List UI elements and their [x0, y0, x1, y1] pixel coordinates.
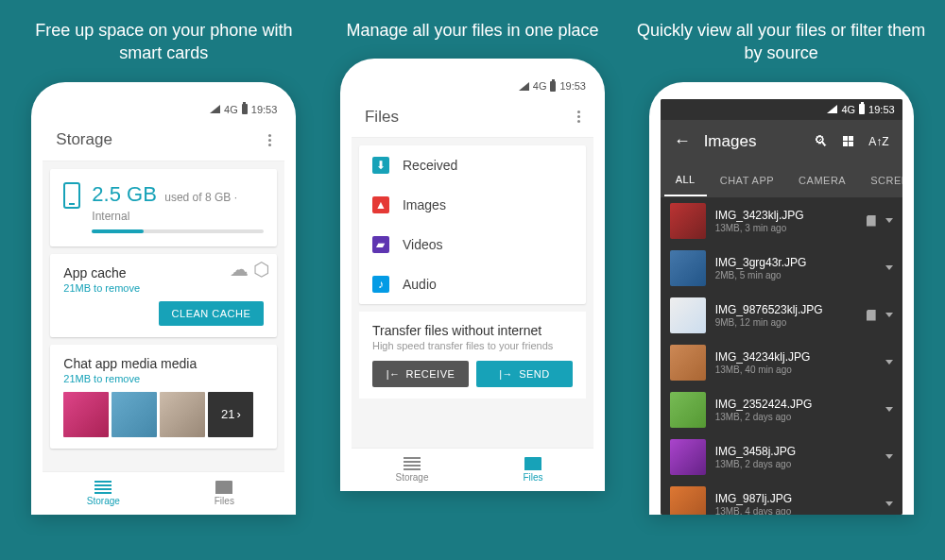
category-audio[interactable]: ♪Audio [359, 264, 586, 304]
clean-cache-button[interactable]: CLEAN CACHE [159, 301, 265, 326]
headline-storage: Free up space on your phone with smart c… [12, 19, 315, 65]
filter-tabs: ALL CHAT APP CAMERA SCREEN [661, 163, 902, 197]
category-received[interactable]: ⬇Received [359, 145, 586, 185]
transfer-title: Transfer files without internet [372, 323, 573, 338]
image-list: IMG_3423klj.JPG 13MB, 3 min ago IMG_3grg… [661, 197, 902, 515]
battery-icon [242, 104, 248, 114]
search-icon[interactable]: 🔍︎ [814, 133, 828, 149]
folder-icon [524, 457, 541, 470]
image-name: IMG_3grg43r.JPG [715, 256, 876, 269]
image-name: IMG_3423klj.JPG [715, 209, 857, 222]
storage-summary-card: 2.5 GB used of 8 GB · Internal [50, 169, 277, 246]
expand-icon[interactable] [885, 265, 893, 270]
app-bar: ← Images 🔍︎ A↑Z [661, 120, 902, 163]
app-bar: Files [352, 96, 593, 138]
image-row[interactable]: IMG_3423klj.JPG 13MB, 3 min ago [661, 197, 902, 245]
expand-icon[interactable] [885, 501, 893, 506]
tab-camera[interactable]: CAMERA [787, 165, 857, 195]
phone-frame-storage: 4G 19:53 Storage 2.5 GB used of 8 GB · I… [31, 82, 296, 515]
clock: 19:53 [868, 104, 895, 115]
storage-icon [404, 457, 421, 470]
tab-all[interactable]: ALL [664, 164, 707, 196]
nav-storage[interactable]: Storage [352, 449, 472, 491]
image-thumb [670, 345, 706, 381]
image-thumb [670, 297, 706, 333]
bottom-nav: Storage Files [352, 448, 593, 491]
nav-files[interactable]: Files [472, 449, 593, 491]
image-row[interactable]: IMG_9876523klj.JPG 9MB, 12 min ago [661, 292, 902, 339]
file-categories: ⬇Received ▲Images ▰Videos ♪Audio [359, 145, 586, 304]
receive-icon: |← [387, 368, 401, 380]
network-label: 4G [533, 80, 547, 92]
image-name: IMG_987lj.JPG [715, 492, 876, 505]
nav-files[interactable]: Files [163, 472, 284, 515]
grid-view-icon[interactable] [843, 136, 853, 146]
page-title: Storage [56, 130, 112, 149]
network-label: 4G [841, 104, 855, 115]
battery-icon [550, 81, 556, 92]
category-images[interactable]: ▲Images [359, 185, 586, 225]
expand-icon[interactable] [885, 360, 893, 365]
overflow-menu-icon[interactable] [268, 134, 271, 146]
cache-decor-icon: ☁︎ ⬡ [230, 258, 270, 280]
image-row[interactable]: IMG_2352424.JPG 13MB, 2 days ago [661, 386, 902, 433]
signal-icon [519, 82, 529, 91]
image-thumb [670, 392, 706, 428]
storage-used: 2.5 GB [92, 182, 156, 206]
video-icon: ▰ [372, 236, 389, 253]
send-icon: |→ [499, 368, 513, 380]
sort-icon[interactable]: A↑Z [868, 135, 888, 148]
nav-storage[interactable]: Storage [43, 472, 163, 515]
audio-icon: ♪ [372, 276, 389, 293]
image-thumb [670, 250, 706, 286]
app-bar: Storage [43, 120, 284, 161]
image-row[interactable]: IMG_3grg43r.JPG 2MB, 5 min ago [661, 245, 902, 292]
expand-icon[interactable] [885, 218, 893, 223]
media-card: Chat app media media 21MB to remove 21› [50, 345, 277, 449]
tab-screenshots[interactable]: SCREEN [859, 165, 902, 195]
image-thumb [670, 203, 706, 239]
transfer-card: Transfer files without internet High spe… [359, 312, 586, 399]
expand-icon[interactable] [885, 313, 893, 317]
media-thumb[interactable] [63, 392, 109, 437]
sd-card-icon [867, 310, 876, 321]
folder-icon [215, 481, 232, 494]
image-row[interactable]: IMG_3458j.JPG 13MB, 2 days ago [661, 433, 902, 481]
image-name: IMG_9876523klj.JPG [715, 303, 857, 316]
bottom-nav: Storage Files [43, 471, 284, 515]
media-thumb[interactable] [160, 392, 205, 437]
image-meta: 13MB, 2 days ago [715, 459, 876, 469]
signal-icon [827, 105, 837, 113]
image-row[interactable]: IMG_987lj.JPG 13MB, 4 days ago [661, 481, 902, 515]
storage-icon [94, 481, 112, 494]
image-meta: 13MB, 4 days ago [715, 506, 876, 515]
image-row[interactable]: IMG_34234klj.JPG 13MB, 40 min ago [661, 339, 902, 386]
image-name: IMG_2352424.JPG [715, 398, 876, 411]
signal-icon [210, 105, 220, 113]
image-icon: ▲ [372, 196, 389, 213]
media-thumb[interactable] [112, 392, 157, 437]
phone-icon [63, 182, 80, 209]
expand-icon[interactable] [885, 454, 893, 459]
transfer-sub: High speed transfer files to your friend… [372, 340, 573, 351]
status-bar: 4G 19:53 [661, 99, 902, 120]
headline-images: Quickly view all your files or filter th… [630, 19, 933, 65]
headline-files: Manage all your files in one place [346, 19, 598, 42]
cache-card-sub: 21MB to remove [63, 282, 264, 294]
cache-card: ☁︎ ⬡ App cache 21MB to remove CLEAN CACH… [50, 254, 277, 337]
media-more-button[interactable]: 21› [208, 392, 253, 437]
send-button[interactable]: |→SEND [476, 361, 573, 387]
receive-button[interactable]: |←RECEIVE [372, 361, 469, 387]
download-icon: ⬇ [372, 157, 389, 174]
overflow-menu-icon[interactable] [577, 110, 580, 123]
sd-card-icon [867, 215, 876, 227]
category-videos[interactable]: ▰Videos [359, 225, 586, 264]
page-title: Images [704, 132, 757, 151]
image-thumb [670, 486, 706, 515]
expand-icon[interactable] [885, 407, 893, 412]
page-title: Files [365, 108, 399, 127]
image-meta: 13MB, 40 min ago [715, 365, 876, 375]
back-icon[interactable]: ← [674, 131, 691, 151]
tab-chatapp[interactable]: CHAT APP [709, 165, 785, 195]
clock: 19:53 [251, 104, 278, 115]
